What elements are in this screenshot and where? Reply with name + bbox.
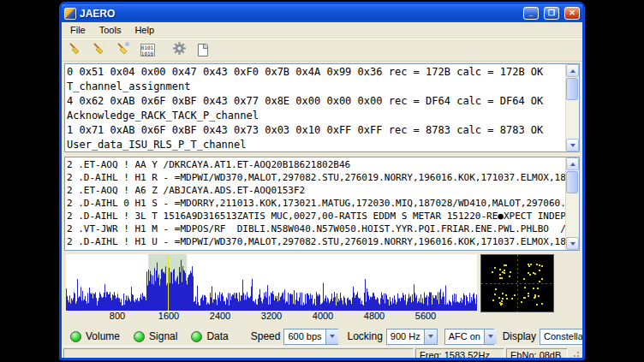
volume-label: Volume bbox=[86, 330, 120, 342]
broom-icon bbox=[92, 41, 107, 60]
data-led-icon bbox=[191, 331, 202, 342]
broom-icon bbox=[116, 41, 131, 60]
scrollbar-down-button[interactable] bbox=[566, 139, 579, 151]
acars-console-text: 2 .ET-AOQ ! AA Y /DKRCAYA.AT1.ET-AOQ20B1… bbox=[65, 157, 565, 250]
maximize-button[interactable]: ❐ bbox=[544, 7, 559, 20]
arrow-down-icon bbox=[570, 144, 575, 147]
console-line: 2 .VT-JWR ! H1 M - =MDPOS/RF DIBLI.N58W0… bbox=[67, 223, 564, 235]
data-indicator: Data bbox=[191, 330, 228, 342]
raw-binary-view-button[interactable]: 0101 1010 bbox=[137, 40, 158, 60]
status-spacer-panel bbox=[63, 348, 414, 360]
settings-button[interactable] bbox=[169, 40, 189, 60]
constellation-canvas bbox=[481, 255, 553, 312]
scrollbar-up-button[interactable] bbox=[566, 64, 579, 77]
clear-hex-console-button[interactable] bbox=[65, 40, 86, 60]
screen-background: JAERO _ ❐ ✕ File Tools Help bbox=[0, 0, 644, 362]
acars-console: 2 .ET-AOQ ! AA Y /DKRCAYA.AT1.ET-AOQ20B1… bbox=[64, 157, 580, 251]
hex-console-text: 0 0x51 0x04 0x00 0x47 0x43 0xF0 0x7B 0x4… bbox=[65, 64, 565, 151]
data-label: Data bbox=[206, 330, 228, 342]
menu-bar: File Tools Help bbox=[62, 22, 582, 39]
clear-acars-console-button[interactable] bbox=[89, 40, 110, 60]
app-icon bbox=[64, 8, 76, 20]
gear-icon bbox=[172, 41, 187, 59]
window-title: JAERO bbox=[80, 8, 518, 20]
console-line: T_channel_assignment bbox=[67, 80, 564, 94]
console-line: User_data_ISU_RLS_P_T_channel bbox=[67, 138, 564, 151]
scrollbar-thumb[interactable] bbox=[566, 78, 578, 100]
arrow-up-icon bbox=[570, 163, 575, 166]
constellation-display bbox=[480, 254, 554, 312]
console-line: 2 .D-AIHL ! 3L T 1516A9D316513ZATIS MUC,… bbox=[67, 210, 564, 223]
locking-value: 900 Hz bbox=[387, 331, 424, 341]
display-value: Constellation bbox=[540, 331, 585, 341]
controls-row: Volume Signal Data Speed 600 bps Locking… bbox=[70, 327, 577, 346]
title-bar[interactable]: JAERO _ ❐ ✕ bbox=[62, 4, 582, 22]
tick-label: 2400 bbox=[210, 311, 230, 321]
console-line: 2 .D-AIHL ! H1 R - =MDPWI/WD370,MALOT,29… bbox=[67, 171, 564, 184]
spectrum-display: 800160024003200400048005600 bbox=[66, 254, 477, 323]
console-line: 0 0x51 0x04 0x00 0x47 0x43 0xF0 0x7B 0x4… bbox=[67, 65, 564, 80]
speed-value: 600 bps bbox=[284, 331, 325, 341]
console-line: Acknowledge_RACK_TACK_P_channel bbox=[67, 109, 564, 123]
menu-file[interactable]: File bbox=[63, 23, 92, 37]
display-label: Display bbox=[503, 330, 536, 342]
console-line: 2 .D-AIHL 0 H1 S - =MDORRY,211013.KOK,17… bbox=[67, 197, 564, 210]
speed-select[interactable]: 600 bps bbox=[283, 329, 338, 345]
tick-label: 4000 bbox=[313, 311, 333, 321]
scrollbar-down-button[interactable] bbox=[566, 237, 579, 250]
tick-label: 5600 bbox=[415, 311, 436, 321]
scrollbar-up-button[interactable] bbox=[566, 157, 579, 170]
signal-indicator: Signal bbox=[134, 330, 177, 342]
display-select[interactable]: Constellation bbox=[540, 329, 585, 345]
visualization-row: 800160024003200400048005600 bbox=[66, 254, 580, 324]
minimize-button[interactable]: _ bbox=[523, 7, 539, 20]
volume-indicator: Volume bbox=[70, 330, 120, 342]
acars-console-scrollbar[interactable] bbox=[565, 157, 579, 250]
broom-icon bbox=[68, 41, 83, 60]
console-line: 2 .ET-AOQ ! AA Y /DKRCAYA.AT1.ET-AOQ20B1… bbox=[67, 158, 564, 171]
volume-led-icon bbox=[70, 331, 81, 342]
tick-label: 4800 bbox=[364, 311, 385, 321]
binary-icon: 0101 1010 bbox=[140, 44, 155, 56]
console-line: 4 0x62 0xAB 0x6F 0xBF 0x43 0x77 0x8E 0x0… bbox=[67, 94, 564, 109]
status-bar: Freq: 1583.52Hz EbNo: 08dB bbox=[62, 346, 582, 360]
afc-value: AFC on bbox=[445, 331, 484, 341]
console-line: 2 .D-AIHL ! H1 U - =MDPWI/WD370,MALOT,29… bbox=[67, 235, 564, 248]
jaero-window: JAERO _ ❐ ✕ File Tools Help bbox=[59, 2, 585, 360]
freq-status: Freq: 1583.52Hz bbox=[415, 348, 504, 360]
log-file-button[interactable] bbox=[193, 40, 213, 60]
scrollbar-track[interactable] bbox=[566, 170, 579, 237]
spectrum-tick-row: 800160024003200400048005600 bbox=[66, 311, 477, 323]
menu-help[interactable]: Help bbox=[128, 23, 161, 37]
arrow-down-icon bbox=[570, 242, 575, 246]
scrollbar-thumb[interactable] bbox=[566, 171, 578, 193]
scrollbar-track[interactable] bbox=[566, 77, 579, 139]
menu-tools[interactable]: Tools bbox=[92, 23, 128, 37]
close-button[interactable]: ✕ bbox=[564, 7, 580, 20]
afc-select[interactable]: AFC on bbox=[444, 329, 494, 345]
hex-console: 0 0x51 0x04 0x00 0x47 0x43 0xF0 0x7B 0x4… bbox=[64, 63, 580, 152]
clear-all-consoles-button[interactable] bbox=[113, 40, 134, 60]
document-icon bbox=[198, 44, 208, 56]
tick-label: 1600 bbox=[158, 311, 179, 321]
arrow-up-icon bbox=[570, 69, 575, 73]
chevron-down-icon bbox=[484, 329, 497, 344]
console-line: 2 .ET-AOQ ! A6 Z /ABJCAYA.ADS.ET-AOQ0153… bbox=[67, 184, 564, 197]
signal-label: Signal bbox=[149, 330, 177, 342]
ebno-status: EbNo: 08dB bbox=[506, 348, 568, 360]
chevron-down-icon bbox=[424, 329, 437, 344]
tick-label: 800 bbox=[110, 311, 125, 321]
tick-label: 3200 bbox=[261, 311, 282, 321]
signal-led-icon bbox=[134, 331, 145, 342]
toolbar: 0101 1010 bbox=[62, 39, 582, 62]
hex-console-scrollbar[interactable] bbox=[565, 64, 579, 151]
speed-label: Speed bbox=[251, 330, 281, 342]
locking-label: Locking bbox=[347, 330, 382, 342]
spectrum-canvas[interactable] bbox=[66, 254, 477, 311]
chevron-down-icon bbox=[325, 329, 338, 344]
console-line: 1 0x71 0xAB 0x6F 0xBF 0x43 0x73 0x03 0x1… bbox=[67, 123, 564, 138]
locking-select[interactable]: 900 Hz bbox=[386, 329, 438, 345]
resize-grip[interactable] bbox=[569, 348, 581, 360]
